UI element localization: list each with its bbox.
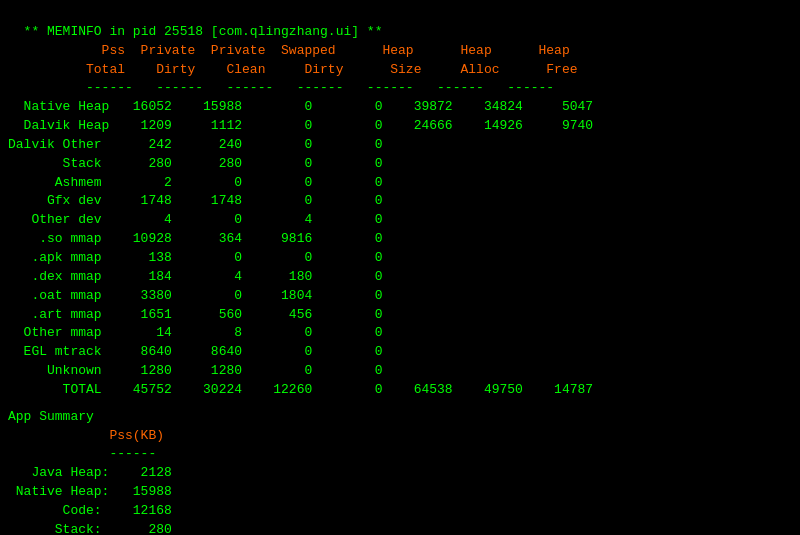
table-row: EGL mtrack 8640 8640 0 0 — [8, 343, 792, 362]
meminfo-table: Pss Private Private Swapped Heap Heap He… — [8, 42, 792, 535]
table-row: .art mmap 1651 560 456 0 — [8, 306, 792, 325]
table-row: App Summary — [8, 408, 792, 427]
table-row: ------ ------ ------ ------ ------ -----… — [8, 79, 792, 98]
meminfo-container: ** MEMINFO in pid 25518 [com.qlingzhang.… — [8, 4, 792, 42]
table-row: Dalvik Heap 1209 1112 0 0 24666 14926 97… — [8, 117, 792, 136]
table-row: Other mmap 14 8 0 0 — [8, 324, 792, 343]
table-row: Other dev 4 0 4 0 — [8, 211, 792, 230]
table-row: .oat mmap 3380 0 1804 0 — [8, 287, 792, 306]
table-row: Pss(KB) — [8, 427, 792, 446]
table-row: .dex mmap 184 4 180 0 — [8, 268, 792, 287]
table-row: Total Dirty Clean Dirty Size Alloc Free — [8, 61, 792, 80]
table-row: Unknown 1280 1280 0 0 — [8, 362, 792, 381]
table-row: Gfx dev 1748 1748 0 0 — [8, 192, 792, 211]
table-row: Code: 12168 — [8, 502, 792, 521]
table-row: .so mmap 10928 364 9816 0 — [8, 230, 792, 249]
table-row: Native Heap: 15988 — [8, 483, 792, 502]
table-row: Dalvik Other 242 240 0 0 — [8, 136, 792, 155]
table-row: Stack: 280 — [8, 521, 792, 535]
table-row: ------ — [8, 445, 792, 464]
table-row: Java Heap: 2128 — [8, 464, 792, 483]
table-row: Stack 280 280 0 0 — [8, 155, 792, 174]
table-row: Pss Private Private Swapped Heap Heap He… — [8, 42, 792, 61]
table-row: Native Heap 16052 15988 0 0 39872 34824 … — [8, 98, 792, 117]
table-row: .apk mmap 138 0 0 0 — [8, 249, 792, 268]
table-row: Ashmem 2 0 0 0 — [8, 174, 792, 193]
title: ** MEMINFO in pid 25518 [com.qlingzhang.… — [24, 24, 383, 39]
table-row: TOTAL 45752 30224 12260 0 64538 49750 14… — [8, 381, 792, 400]
